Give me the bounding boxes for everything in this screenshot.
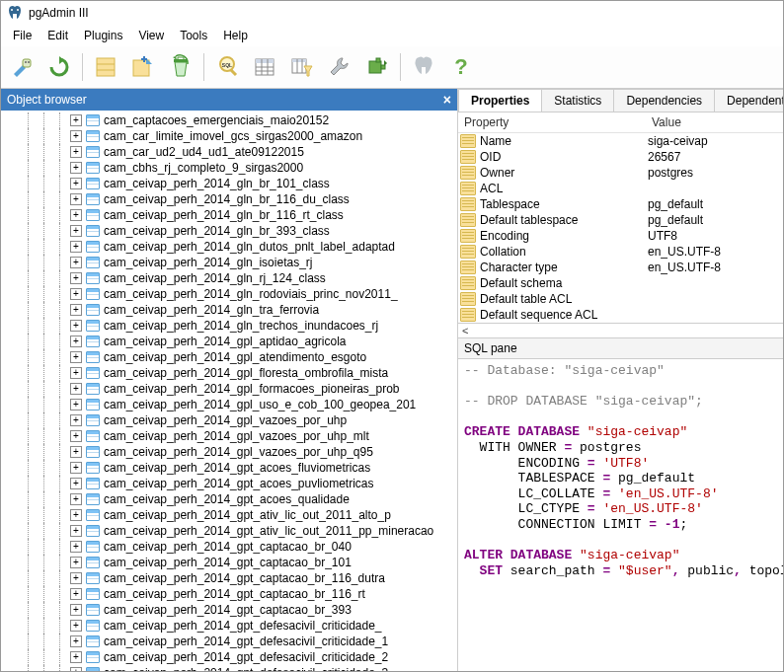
tree-item[interactable]: +cam_ceivap_perh_2014_gpt_captacao_br_10… <box>1 555 457 570</box>
maintenance-icon[interactable] <box>323 50 356 84</box>
tab-dependents[interactable]: Dependents <box>714 89 783 112</box>
property-row[interactable]: EncodingUTF8 <box>458 228 783 244</box>
tree-item[interactable]: +cam_ceivap_perh_2014_gpt_acoes_puvliome… <box>1 476 457 491</box>
object-tree[interactable]: +cam_captacoes_emergenciais_maio20152+ca… <box>1 111 457 671</box>
menu-tools[interactable]: Tools <box>172 27 215 44</box>
view-data-icon[interactable] <box>248 50 281 84</box>
connect-icon[interactable] <box>5 50 39 84</box>
expand-icon[interactable]: + <box>70 509 82 521</box>
tree-item[interactable]: +cam_ceivap_perh_2014_gln_rj_124_class <box>1 270 457 286</box>
expand-icon[interactable]: + <box>70 241 82 253</box>
expand-icon[interactable]: + <box>70 114 82 126</box>
tree-item[interactable]: +cam_ceivap_perh_2014_gpt_defesacivil_cr… <box>1 634 457 649</box>
expand-icon[interactable]: + <box>70 667 82 671</box>
expand-icon[interactable]: + <box>70 351 82 363</box>
expand-icon[interactable]: + <box>70 383 82 395</box>
tree-item[interactable]: +cam_ceivap_perh_2014_gpt_defesacivil_cr… <box>1 649 457 665</box>
expand-icon[interactable]: + <box>70 320 82 332</box>
tree-item[interactable]: +cam_ceivap_perh_2014_gpt_acoes_qualidad… <box>1 491 457 507</box>
expand-icon[interactable]: + <box>70 572 82 584</box>
expand-icon[interactable]: + <box>70 525 82 537</box>
expand-icon[interactable]: + <box>70 130 82 142</box>
filter-data-icon[interactable] <box>285 50 319 84</box>
delete-icon[interactable] <box>164 50 197 84</box>
expand-icon[interactable]: + <box>70 336 82 347</box>
tree-item[interactable]: +cam_ceivap_perh_2014_gpt_captacao_br_11… <box>1 586 457 602</box>
property-row[interactable]: Default table ACL <box>458 291 783 307</box>
property-row[interactable]: Default schema <box>458 275 783 291</box>
expand-icon[interactable]: + <box>70 462 82 474</box>
properties-list[interactable]: Namesiga-ceivapOID26567OwnerpostgresACLT… <box>458 133 783 323</box>
tree-item[interactable]: +cam_ceivap_perh_2014_gpt_defesacivil_cr… <box>1 665 457 671</box>
tree-item[interactable]: +cam_ceivap_perh_2014_gpt_defesacivil_cr… <box>1 618 457 634</box>
tree-item[interactable]: +cam_ceivap_perh_2014_gln_rodoviais_prin… <box>1 286 457 302</box>
expand-icon[interactable]: + <box>70 541 82 553</box>
expand-icon[interactable]: + <box>70 146 82 158</box>
tree-item[interactable]: +cam_ceivap_perh_2014_gpt_ativ_lic_out_2… <box>1 507 457 523</box>
tree-item[interactable]: +cam_ceivap_perh_2014_gln_dutos_pnlt_lab… <box>1 239 457 255</box>
menu-file[interactable]: File <box>5 27 39 44</box>
property-row[interactable]: Default sequence ACL <box>458 307 783 323</box>
tab-statistics[interactable]: Statistics <box>541 89 614 112</box>
property-row[interactable]: Namesiga-ceivap <box>458 133 783 149</box>
expand-icon[interactable]: + <box>70 257 82 268</box>
property-row[interactable]: OID26567 <box>458 149 783 165</box>
expand-icon[interactable]: + <box>70 635 82 647</box>
tree-item[interactable]: +cam_ceivap_perh_2014_gln_br_101_class <box>1 176 457 191</box>
tree-item[interactable]: +cam_car_ud2_ud4_ud1_ate09122015 <box>1 144 457 160</box>
expand-icon[interactable]: + <box>70 588 82 600</box>
tree-item[interactable]: +cam_ceivap_perh_2014_gln_br_116_rt_clas… <box>1 207 457 223</box>
tree-item[interactable]: +cam_ceivap_perh_2014_gpt_acoes_fluviome… <box>1 460 457 476</box>
tree-item[interactable]: +cam_ceivap_perh_2014_gln_isoietas_rj <box>1 255 457 270</box>
expand-icon[interactable]: + <box>70 209 82 221</box>
tree-item[interactable]: +cam_ceivap_perh_2014_gpl_aptidao_agrico… <box>1 334 457 349</box>
properties-icon[interactable] <box>89 50 122 84</box>
tree-item[interactable]: +cam_cbhs_rj_completo_9_sirgas2000 <box>1 160 457 176</box>
tree-item[interactable]: +cam_ceivap_perh_2014_gpl_floresta_ombro… <box>1 365 457 381</box>
expand-icon[interactable]: + <box>70 446 82 458</box>
menu-plugins[interactable]: Plugins <box>76 27 130 44</box>
close-icon[interactable]: × <box>443 92 451 108</box>
expand-icon[interactable]: + <box>70 225 82 237</box>
expand-icon[interactable]: + <box>70 367 82 379</box>
tab-properties[interactable]: Properties <box>458 89 542 112</box>
expand-icon[interactable]: + <box>70 493 82 505</box>
tree-item[interactable]: +cam_ceivap_perh_2014_gln_br_116_du_clas… <box>1 191 457 207</box>
menu-view[interactable]: View <box>130 27 172 44</box>
expand-icon[interactable]: + <box>70 651 82 663</box>
guru-hint-icon[interactable] <box>407 50 440 84</box>
tree-item[interactable]: +cam_captacoes_emergenciais_maio20152 <box>1 112 457 128</box>
plugins-icon[interactable] <box>360 50 394 84</box>
tree-item[interactable]: +cam_ceivap_perh_2014_gpl_formacoes_pion… <box>1 381 457 397</box>
tree-item[interactable]: +cam_ceivap_perh_2014_gpl_uso_e_cob_100_… <box>1 397 457 412</box>
sql-icon[interactable]: SQL <box>210 50 244 84</box>
expand-icon[interactable]: + <box>70 272 82 284</box>
tree-item[interactable]: +cam_ceivap_perh_2014_gln_trechos_inunda… <box>1 318 457 334</box>
tree-item[interactable]: +cam_ceivap_perh_2014_gpl_vazoes_por_uhp <box>1 412 457 428</box>
property-row[interactable]: Default tablespacepg_default <box>458 212 783 228</box>
expand-icon[interactable]: + <box>70 399 82 411</box>
expand-icon[interactable]: + <box>70 478 82 489</box>
property-row[interactable]: ACL <box>458 181 783 196</box>
tree-item[interactable]: +cam_ceivap_perh_2014_gpt_captacao_br_11… <box>1 570 457 586</box>
expand-icon[interactable]: + <box>70 288 82 300</box>
tree-item[interactable]: +cam_ceivap_perh_2014_gpl_atendimento_es… <box>1 349 457 365</box>
menu-help[interactable]: Help <box>215 27 256 44</box>
tree-item[interactable]: +cam_ceivap_perh_2014_gln_tra_ferrovia <box>1 302 457 318</box>
expand-icon[interactable]: + <box>70 178 82 189</box>
expand-icon[interactable]: + <box>70 304 82 316</box>
expand-icon[interactable]: + <box>70 193 82 205</box>
property-row[interactable]: Tablespacepg_default <box>458 196 783 212</box>
expand-icon[interactable]: + <box>70 430 82 442</box>
expand-icon[interactable]: + <box>70 557 82 568</box>
tree-item[interactable]: +cam_ceivap_perh_2014_gpl_vazoes_por_uhp… <box>1 428 457 444</box>
menu-edit[interactable]: Edit <box>39 27 76 44</box>
refresh-icon[interactable] <box>42 50 76 84</box>
tree-item[interactable]: +cam_ceivap_perh_2014_gpt_captacao_br_39… <box>1 602 457 618</box>
expand-icon[interactable]: + <box>70 620 82 632</box>
property-row[interactable]: Character typeen_US.UTF-8 <box>458 260 783 275</box>
property-row[interactable]: Ownerpostgres <box>458 165 783 181</box>
tree-item[interactable]: +cam_ceivap_perh_2014_gpl_vazoes_por_uhp… <box>1 444 457 460</box>
tree-item[interactable]: +cam_ceivap_perh_2014_gpt_captacao_br_04… <box>1 539 457 555</box>
expand-icon[interactable]: + <box>70 414 82 426</box>
